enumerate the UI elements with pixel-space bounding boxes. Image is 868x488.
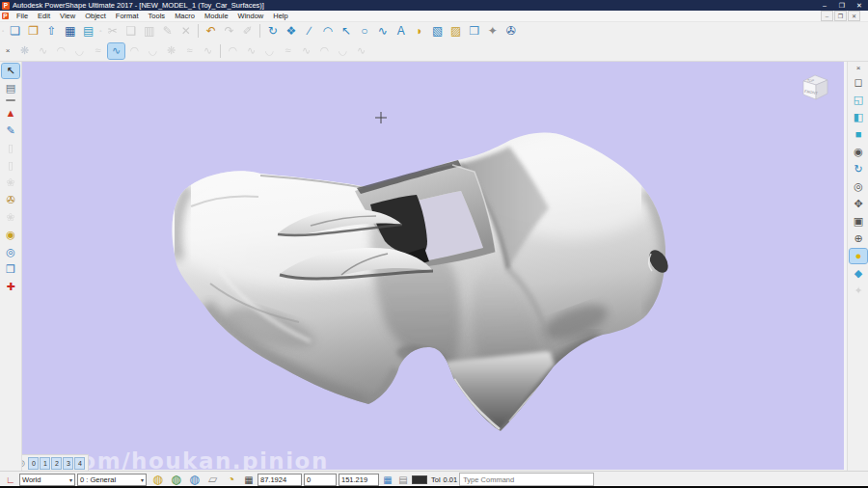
multiple-views-icon[interactable]: ◆	[850, 266, 867, 281]
edit-history-icon[interactable]: ✐	[239, 23, 256, 39]
surface-extrude-icon[interactable]: ∿	[35, 43, 51, 59]
inspect-probe-icon[interactable]: ◎	[2, 245, 19, 259]
surface-from-network-icon[interactable]: ❋	[16, 43, 33, 59]
import-icon[interactable]: ⇧	[43, 23, 60, 39]
level-0[interactable]: 0	[28, 457, 39, 470]
create-point-icon[interactable]: ↖	[338, 23, 354, 39]
menu-view[interactable]: View	[55, 11, 80, 21]
new-model-icon[interactable]: ❏	[7, 23, 23, 39]
level-4[interactable]: 4	[74, 457, 85, 470]
curve-extend-icon[interactable]: ◡	[335, 43, 351, 59]
position-y-field[interactable]: 0	[304, 474, 337, 486]
view-toolbar-close-button[interactable]: ×	[854, 63, 863, 72]
surface-fillet-icon[interactable]: ❋	[163, 43, 179, 59]
light-options-icon[interactable]: ✦	[850, 284, 867, 298]
levels-clipboard-icon[interactable]: ▤	[2, 81, 19, 95]
menu-object[interactable]: Object	[80, 11, 111, 21]
menu-file[interactable]: File	[12, 11, 33, 21]
menu-window[interactable]: Window	[233, 11, 269, 21]
position-z-field[interactable]: 151.219	[339, 474, 379, 486]
toolbar-grip[interactable]: ◦	[99, 28, 101, 34]
snap-grid-icon[interactable]: ▦	[242, 474, 256, 485]
toy-car-model[interactable]	[21, 62, 844, 470]
close-button[interactable]: ✕	[851, 0, 868, 11]
workplane-world-icon[interactable]: ◍	[149, 472, 166, 487]
menu-help[interactable]: Help	[268, 11, 292, 21]
curve-blend-icon[interactable]: ◡	[261, 43, 278, 59]
create-line-icon[interactable]: ∕	[301, 23, 317, 39]
draft-analysis-icon[interactable]: ▲	[2, 106, 19, 121]
tolerance-value[interactable]: 0.01	[444, 475, 458, 484]
menu-edit[interactable]: Edit	[33, 11, 55, 21]
minimize-button[interactable]: –	[816, 0, 833, 11]
wizards-icon[interactable]: ✦	[484, 23, 501, 39]
drafting-box-icon[interactable]: ❒	[2, 262, 19, 277]
curve-wrap-icon[interactable]: ∿	[298, 43, 314, 59]
cut-icon[interactable]: ✂	[104, 23, 121, 39]
menu-macro[interactable]: Macro	[170, 11, 200, 21]
wireframe-view-icon[interactable]: ◻	[850, 75, 867, 90]
create-arc-icon[interactable]: ◠	[319, 23, 336, 39]
create-text-icon[interactable]: A	[393, 23, 409, 39]
curve-offset-icon[interactable]: ≈	[280, 43, 296, 59]
level-1[interactable]: 1	[40, 457, 50, 470]
format-paint-icon[interactable]: ✎	[159, 23, 176, 39]
position-table-icon[interactable]: ▦	[381, 474, 394, 485]
toolmaker-icon[interactable]: ✇	[502, 23, 519, 39]
workplane-create-icon[interactable]: ◔	[223, 472, 239, 487]
surface-plane-of-best-fit-icon[interactable]: ∿	[108, 43, 124, 59]
verify-sphere-icon[interactable]: ✚	[2, 280, 19, 294]
render-shading-icon[interactable]: ●	[850, 249, 867, 263]
toolbar-grip[interactable]: ◦	[2, 28, 4, 34]
print-icon[interactable]: ▤	[80, 23, 96, 39]
iso-spin-view-icon[interactable]: ⊕	[850, 231, 867, 246]
surface-toolbar-close-button[interactable]: ×	[3, 46, 13, 56]
mold-tool-icon[interactable]: ❀	[2, 210, 19, 225]
menu-tools[interactable]: Tools	[144, 11, 171, 21]
dynamic-rotate-icon[interactable]: ↻	[850, 162, 867, 176]
toolbar-handle[interactable]	[6, 99, 15, 101]
mdi-restore-button[interactable]: ❐	[834, 11, 847, 21]
create-feature-icon[interactable]: ▨	[448, 23, 464, 39]
zoom-box-icon[interactable]: ▣	[850, 214, 867, 229]
curve-section-icon[interactable]: ∿	[243, 43, 259, 59]
mdi-minimize-button[interactable]: –	[821, 11, 833, 21]
level-3[interactable]: 3	[63, 457, 73, 470]
level-select[interactable]: 0 : General ▾	[77, 474, 147, 486]
curve-morph-icon[interactable]: ∿	[353, 43, 369, 59]
dynamic-rotate-mode-icon[interactable]: ↻	[264, 23, 281, 39]
sculpt-tool-icon[interactable]: ✎	[2, 123, 19, 138]
surface-drive-icon[interactable]: ◡	[71, 43, 88, 59]
block-link-icon[interactable]: ▯	[2, 158, 19, 173]
curve-trim-icon[interactable]: ◠	[316, 43, 333, 59]
curve-project-icon[interactable]: ◠	[225, 43, 241, 59]
block-model-icon[interactable]: ▯	[2, 141, 19, 155]
hidden-line-view-icon[interactable]: ◱	[850, 93, 867, 107]
paste-icon[interactable]: ▥	[141, 23, 157, 39]
view-cube[interactable]: TOP FRONT	[799, 71, 833, 106]
mdi-close-button[interactable]: ✕	[848, 11, 860, 21]
mesh-tool-icon[interactable]: ❀	[2, 176, 19, 190]
surface-from-separate-icon[interactable]: ◡	[145, 43, 161, 59]
create-curve-icon[interactable]: ∿	[374, 23, 391, 39]
create-solid-icon[interactable]: ▧	[429, 23, 446, 39]
create-circle-icon[interactable]: ○	[356, 23, 372, 39]
prism-toggle-icon[interactable]: ▱	[204, 472, 221, 487]
workplane-item-icon[interactable]: ◍	[186, 472, 203, 487]
surface-draft-icon[interactable]: ≈	[181, 43, 198, 59]
view-options-icon[interactable]: ◉	[850, 145, 867, 159]
position-x-field[interactable]: 87.1924	[258, 474, 302, 486]
undo-icon[interactable]: ↶	[203, 23, 219, 39]
zoom-in-out-icon[interactable]: ◎	[850, 179, 867, 194]
save-icon[interactable]: ▦	[62, 23, 78, 39]
surface-split-icon[interactable]: ∿	[200, 43, 216, 59]
zoom-full-icon[interactable]: ✥	[850, 197, 867, 211]
redo-icon[interactable]: ↷	[221, 23, 237, 39]
level-2[interactable]: 2	[51, 457, 62, 470]
surface-fill-in-icon[interactable]: ◠	[126, 43, 143, 59]
model-viewport[interactable]: TOP FRONT .com/houkan.pinion	[21, 62, 844, 470]
tooling-setup-icon[interactable]: ✇	[2, 193, 19, 207]
copy-icon[interactable]: ❑	[122, 23, 139, 39]
keyboard-mini-icon[interactable]: ▤	[396, 474, 410, 485]
workplane-active-icon[interactable]: ◍	[168, 472, 184, 487]
